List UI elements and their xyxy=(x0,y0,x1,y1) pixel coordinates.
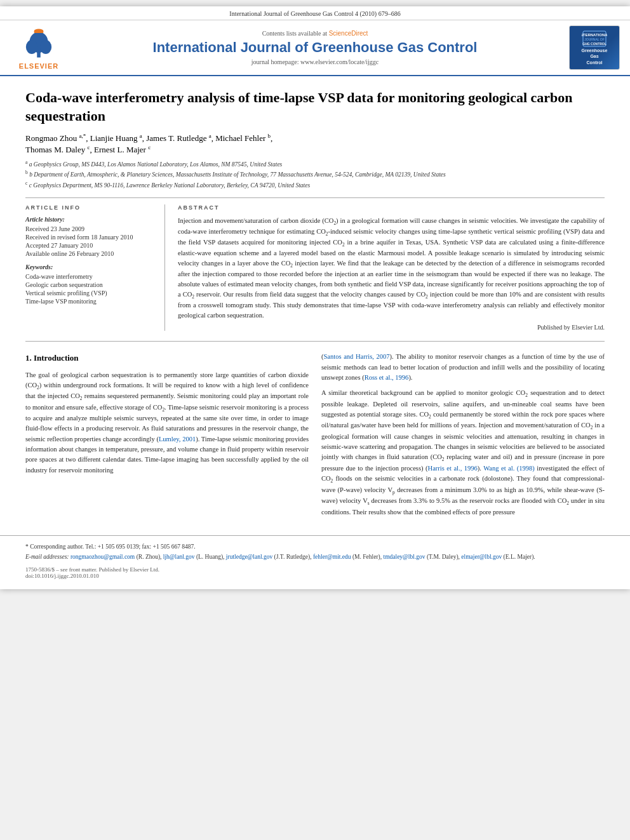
journal-citation: International Journal of Greenhouse Gas … xyxy=(229,10,400,17)
svg-point-2 xyxy=(26,40,37,54)
authors: Rongmao Zhou a,*, Lianjie Huang a, James… xyxy=(25,133,605,155)
keywords-label: Keywords: xyxy=(25,263,154,270)
email-huang[interactable]: ljh@lanl.gov xyxy=(163,554,195,560)
body-col-left: 1. Introduction The goal of geological c… xyxy=(25,352,309,522)
corresponding-note: * Corresponding author. Tel.: +1 505 695… xyxy=(25,542,605,551)
intro-para-1: The goal of geological carbon sequestrat… xyxy=(25,370,309,476)
introduction-heading: 1. Introduction xyxy=(25,352,309,364)
ghg-logo-icon: INTERNATIONAL JOURNAL OF GHG CONTROL xyxy=(582,30,607,48)
email-majer[interactable]: elmajer@lbl.gov xyxy=(461,554,502,560)
journal-header: ELSEVIER Contents lists available at Sci… xyxy=(0,20,630,76)
journal-homepage: journal homepage: www.elsevier.com/locat… xyxy=(67,58,563,65)
article-info-col: ARTICLE INFO Article history: Received 2… xyxy=(25,204,165,331)
footer-issn: 1750-5836/$ – see front matter. Publishe… xyxy=(25,566,605,579)
email-zhou[interactable]: rongmaozhou@gmail.com xyxy=(70,554,135,560)
keyword-4: Time-lapse VSP monitoring xyxy=(25,298,154,305)
affiliations: a a Geophysics Group, MS D443, Los Alamo… xyxy=(25,159,605,190)
email-rutledge[interactable]: jrutledge@lanl.gov xyxy=(226,554,272,560)
abstract-text: Injection and movement/saturation of car… xyxy=(178,216,605,320)
page: International Journal of Greenhouse Gas … xyxy=(0,6,630,589)
intro-para-3: A similar theoretical background can be … xyxy=(321,388,605,517)
journal-title-center: Contents lists available at ScienceDirec… xyxy=(67,30,563,65)
email-daley[interactable]: tmdaley@lbl.gov xyxy=(384,554,426,560)
article-title: Coda-wave interferometry analysis of tim… xyxy=(25,89,605,125)
ghg-logo-text: GreenhouseGasControl xyxy=(582,48,608,65)
article-info-label: ARTICLE INFO xyxy=(25,204,154,211)
two-col-section: ARTICLE INFO Article history: Received 2… xyxy=(25,197,605,331)
harris-ref[interactable]: Harris et al., 1996 xyxy=(428,465,478,472)
keyword-1: Coda-wave interferometry xyxy=(25,273,154,280)
body-two-col: 1. Introduction The goal of geological c… xyxy=(25,352,605,522)
svg-text:JOURNAL OF: JOURNAL OF xyxy=(584,37,604,41)
email-fehler[interactable]: fehler@mit.edu xyxy=(313,554,351,560)
email-note: E-mail addresses: rongmaozhou@gmail.com … xyxy=(25,552,605,561)
accepted-date: Accepted 27 January 2010 xyxy=(25,242,154,249)
elsevier-wordmark: ELSEVIER xyxy=(19,62,58,70)
article-history-label: Article history: xyxy=(25,216,154,223)
ross-ref[interactable]: Ross et al., 1996 xyxy=(365,374,409,381)
article-content: Coda-wave interferometry analysis of tim… xyxy=(0,76,630,535)
body-col-right: (Santos and Harris, 2007). The ability t… xyxy=(321,352,605,522)
svg-text:GHG CONTROL: GHG CONTROL xyxy=(582,42,607,46)
section-divider xyxy=(25,341,605,342)
ghg-logo-box: INTERNATIONAL JOURNAL OF GHG CONTROL Gre… xyxy=(569,25,620,70)
svg-text:INTERNATIONAL: INTERNATIONAL xyxy=(582,33,607,37)
keyword-2: Geologic carbon sequestration xyxy=(25,281,154,288)
abstract-label: ABSTRACT xyxy=(178,204,605,211)
available-date: Available online 26 February 2010 xyxy=(25,250,154,257)
wang-ref[interactable]: Wang et al. (1998) xyxy=(483,465,535,472)
sciencedirect-link[interactable]: ScienceDirect xyxy=(329,30,368,37)
elsevier-logo: ELSEVIER xyxy=(10,26,67,70)
journal-main-title: International Journal of Greenhouse Gas … xyxy=(67,39,563,56)
lumley-ref[interactable]: Lumley, 2001 xyxy=(159,436,196,443)
santos-harris-ref[interactable]: Santos and Harris, 2007 xyxy=(324,353,390,360)
svg-point-5 xyxy=(34,29,44,32)
abstract-col: ABSTRACT Injection and movement/saturati… xyxy=(178,204,605,331)
keyword-3: Vertical seismic profiling (VSP) xyxy=(25,290,154,297)
revised-date: Received in revised form 18 January 2010 xyxy=(25,234,154,241)
journal-logo-right: INTERNATIONAL JOURNAL OF GHG CONTROL Gre… xyxy=(563,25,620,70)
contents-available: Contents lists available at ScienceDirec… xyxy=(67,30,563,37)
intro-para-2: (Santos and Harris, 2007). The ability t… xyxy=(321,352,605,383)
svg-point-3 xyxy=(40,40,51,54)
published-by: Published by Elsevier Ltd. xyxy=(178,324,605,331)
journal-top-bar: International Journal of Greenhouse Gas … xyxy=(0,6,630,20)
footer-area: * Corresponding author. Tel.: +1 505 695… xyxy=(0,535,630,590)
received-date: Received 23 June 2009 xyxy=(25,225,154,232)
elsevier-tree-icon xyxy=(20,26,58,61)
